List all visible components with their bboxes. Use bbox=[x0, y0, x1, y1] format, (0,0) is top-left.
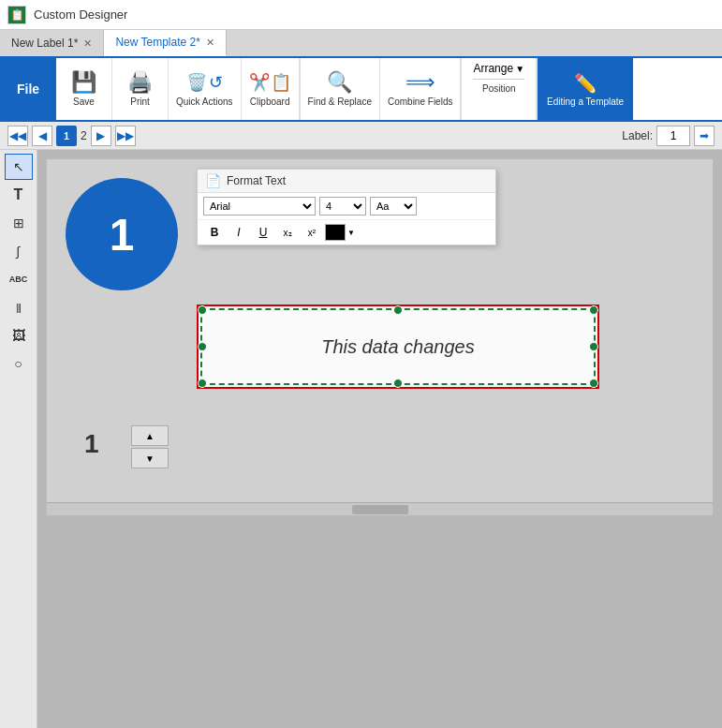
italic-button[interactable]: I bbox=[228, 222, 250, 243]
print-label: Print bbox=[130, 97, 150, 107]
sort-up-button[interactable]: ▲ bbox=[131, 425, 169, 446]
curve-tool[interactable]: ∫ bbox=[5, 238, 33, 264]
ribbon-find-section: 🔍 Find & Replace ⟹ Combine Fields bbox=[301, 58, 463, 120]
next-button[interactable]: ▶ bbox=[91, 126, 111, 146]
select-tool[interactable]: ↖ bbox=[5, 154, 33, 180]
label-input[interactable] bbox=[656, 126, 690, 146]
tab-new-template-text: New Template 2* bbox=[115, 36, 200, 49]
tab-new-label-close[interactable]: ✕ bbox=[83, 37, 92, 50]
current-page: 1 bbox=[56, 126, 77, 146]
handle-top-left[interactable] bbox=[198, 305, 207, 315]
format-toolbar-row: B I U x₂ x² ▼ bbox=[198, 219, 495, 245]
design-area[interactable]: 1 1 ▲ ▼ 📄 Format Text Arial bbox=[37, 150, 722, 728]
abc-tool[interactable]: ABC bbox=[5, 266, 33, 292]
handle-top-center[interactable] bbox=[393, 305, 403, 315]
editing-template-label: Editing a Template bbox=[547, 97, 624, 107]
tab-new-label-text: New Label 1* bbox=[11, 37, 78, 50]
next-fast-button[interactable]: ▶▶ bbox=[115, 126, 136, 146]
file-button[interactable]: File bbox=[0, 58, 56, 120]
grid-tool[interactable]: ⊞ bbox=[5, 210, 33, 236]
arrange-group[interactable]: Arrange ▼ Position bbox=[462, 58, 537, 120]
underline-button[interactable]: U bbox=[252, 222, 274, 243]
print-group[interactable]: 🖨️ Print bbox=[112, 58, 169, 120]
handle-bottom-right[interactable] bbox=[589, 379, 598, 388]
format-text-title: Format Text bbox=[227, 174, 286, 187]
combine-fields-icon: ⟹ bbox=[405, 72, 435, 93]
design-surface: 1 1 ▲ ▼ 📄 Format Text Arial bbox=[47, 159, 713, 515]
superscript-button[interactable]: x² bbox=[301, 222, 323, 243]
save-group[interactable]: 💾 Save bbox=[56, 58, 112, 120]
label-input-group: Label: ➡ bbox=[622, 126, 715, 146]
editing-template-button[interactable]: ✏️ Editing a Template bbox=[538, 58, 633, 120]
tab-new-label[interactable]: New Label 1* ✕ bbox=[0, 30, 104, 56]
sort-arrows: ▲ ▼ bbox=[131, 425, 169, 468]
main-area: ↖ T ⊞ ∫ ABC ||| 🖼 ○ 1 1 ▲ ▼ 📄 bbox=[0, 150, 722, 728]
app-title: Custom Designer bbox=[34, 7, 127, 22]
barcode-tool[interactable]: ||| bbox=[5, 294, 33, 320]
clipboard-icon: 📋 bbox=[271, 72, 291, 93]
color-swatch[interactable] bbox=[325, 224, 346, 241]
find-replace-group[interactable]: 🔍 Find & Replace bbox=[301, 58, 380, 120]
color-dropdown-icon[interactable]: ▼ bbox=[347, 229, 355, 237]
print-icon: 🖨️ bbox=[127, 72, 153, 93]
save-icon: 💾 bbox=[71, 72, 96, 93]
clipboard-label: Clipboard bbox=[250, 97, 290, 107]
title-bar: 📋 Custom Designer bbox=[0, 0, 722, 30]
navigation-bar: ◀◀ ◀ 1 2 ▶ ▶▶ Label: ➡ bbox=[0, 122, 722, 150]
sort-down-button[interactable]: ▼ bbox=[131, 448, 169, 468]
combine-fields-group[interactable]: ⟹ Combine Fields bbox=[380, 58, 461, 120]
position-label: Position bbox=[482, 83, 516, 94]
format-icon: 📄 bbox=[205, 173, 221, 188]
ribbon-save-section: 💾 Save 🖨️ Print 🗑️ ↺ Quick Actions ✂️ 📋 … bbox=[56, 58, 301, 120]
text-object-box[interactable]: This data changes bbox=[197, 305, 599, 389]
text-object-content: This data changes bbox=[321, 336, 474, 358]
combine-fields-label: Combine Fields bbox=[388, 97, 452, 107]
shape-tool[interactable]: ○ bbox=[5, 350, 33, 377]
label-text: Label: bbox=[622, 129, 653, 142]
horizontal-scrollbar[interactable] bbox=[47, 502, 713, 515]
quick-actions-icon1: 🗑️ bbox=[186, 72, 207, 93]
prev-button[interactable]: ◀ bbox=[32, 126, 52, 146]
quick-actions-group[interactable]: 🗑️ ↺ Quick Actions bbox=[169, 58, 242, 120]
scrollbar-thumb[interactable] bbox=[352, 505, 408, 514]
label-number: 1 bbox=[84, 429, 99, 459]
handle-bottom-center[interactable] bbox=[393, 379, 403, 388]
font-family-select[interactable]: Arial bbox=[203, 197, 316, 215]
save-label: Save bbox=[73, 97, 95, 107]
arrange-label: Arrange bbox=[473, 62, 513, 75]
circle-number: 1 bbox=[110, 209, 135, 260]
bold-button[interactable]: B bbox=[203, 222, 226, 243]
tabs-bar: New Label 1* ✕ New Template 2* ✕ bbox=[0, 30, 722, 58]
quick-actions-label: Quick Actions bbox=[176, 97, 233, 107]
left-toolbar: ↖ T ⊞ ∫ ABC ||| 🖼 ○ bbox=[0, 150, 37, 728]
prev-fast-button[interactable]: ◀◀ bbox=[7, 126, 28, 146]
ribbon: File 💾 Save 🖨️ Print 🗑️ ↺ Quick Actions … bbox=[0, 58, 722, 122]
find-replace-icon: 🔍 bbox=[327, 72, 352, 93]
format-text-header: 📄 Format Text bbox=[198, 170, 495, 193]
clipboard-group[interactable]: ✂️ 📋 Clipboard bbox=[242, 58, 300, 120]
format-font-row: Arial 4 Aa bbox=[198, 193, 495, 219]
arrange-dropdown-icon[interactable]: ▼ bbox=[515, 64, 524, 74]
scissors-icon: ✂️ bbox=[249, 72, 270, 93]
font-size-select[interactable]: 4 bbox=[319, 197, 366, 215]
editing-template-icon: ✏️ bbox=[574, 72, 597, 95]
ribbon-arrange-section: Arrange ▼ Position bbox=[462, 58, 538, 120]
handle-middle-left[interactable] bbox=[198, 342, 207, 351]
subscript-button[interactable]: x₂ bbox=[276, 222, 299, 243]
handle-middle-right[interactable] bbox=[589, 342, 598, 351]
text-object-inner: This data changes bbox=[200, 308, 596, 385]
go-button[interactable]: ➡ bbox=[694, 126, 715, 146]
tab-new-template[interactable]: New Template 2* ✕ bbox=[104, 30, 227, 56]
tab-new-template-close[interactable]: ✕ bbox=[206, 37, 214, 49]
quick-actions-icon2: ↺ bbox=[209, 72, 223, 93]
total-pages: 2 bbox=[81, 129, 87, 142]
blue-circle: 1 bbox=[66, 178, 178, 290]
handle-top-right[interactable] bbox=[589, 305, 598, 315]
find-replace-label: Find & Replace bbox=[308, 97, 372, 107]
format-text-popup: 📄 Format Text Arial 4 Aa B I bbox=[197, 169, 496, 245]
text-tool[interactable]: T bbox=[5, 182, 33, 208]
image-tool[interactable]: 🖼 bbox=[5, 322, 33, 349]
font-style-select[interactable]: Aa bbox=[370, 197, 417, 215]
handle-bottom-left[interactable] bbox=[198, 379, 207, 388]
app-icon: 📋 bbox=[7, 6, 26, 24]
